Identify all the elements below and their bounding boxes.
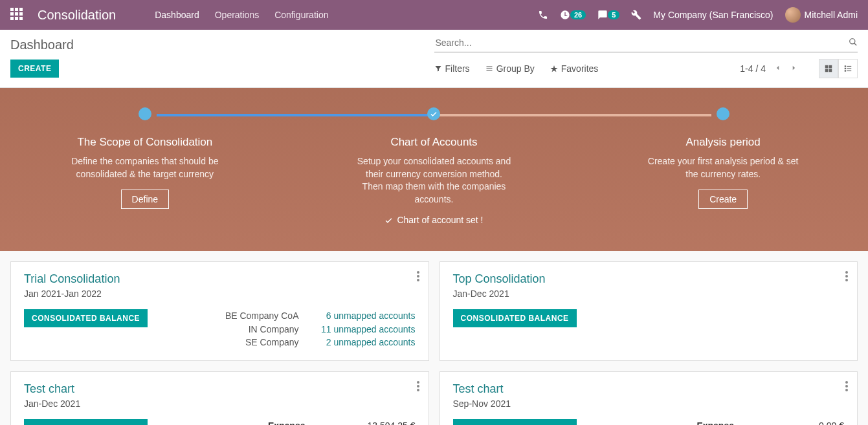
apps-menu-icon[interactable]	[10, 8, 25, 22]
unmapped-link[interactable]: 2 unmapped accounts	[312, 336, 416, 349]
consolidation-card[interactable]: Test chart Jan-Dec 2021 CONSOLIDATED BAL…	[10, 371, 429, 425]
svg-rect-11	[847, 71, 851, 71]
consolidated-balance-button[interactable]: CONSOLIDATED BALANCE	[24, 419, 148, 425]
svg-rect-8	[845, 68, 846, 69]
unmapped-link[interactable]: 11 unmapped accounts	[312, 323, 416, 336]
svg-point-20	[417, 389, 419, 391]
svg-rect-9	[847, 68, 851, 69]
company-row: IN Company	[225, 323, 299, 336]
step-dot-icon	[139, 107, 151, 120]
expense-value: 13,504.25 €	[338, 419, 416, 425]
card-title[interactable]: Test chart	[453, 382, 845, 396]
svg-line-1	[854, 43, 857, 45]
search-icon[interactable]	[849, 38, 858, 49]
step-title: Chart of Accounts	[304, 136, 564, 149]
consolidated-balance-button[interactable]: CONSOLIDATED BALANCE	[453, 309, 577, 327]
consolidation-card[interactable]: Top Consolidation Jan-Dec 2021 CONSOLIDA…	[440, 261, 858, 361]
kanban-view-icon[interactable]	[819, 59, 838, 78]
pager-next-icon[interactable]	[790, 63, 797, 74]
card-subtitle: Jan 2021-Jan 2022	[24, 289, 416, 299]
step-desc: Define the companies that should be cons…	[67, 155, 223, 180]
svg-point-14	[417, 279, 419, 281]
app-brand: Consolidation	[38, 8, 116, 23]
consolidated-balance-button[interactable]: CONSOLIDATED BALANCE	[24, 309, 148, 327]
card-title[interactable]: Top Consolidation	[453, 272, 845, 286]
svg-point-23	[845, 389, 848, 391]
phone-icon[interactable]	[538, 10, 548, 20]
svg-rect-3	[829, 65, 832, 69]
svg-rect-5	[829, 69, 832, 72]
step-desc: Create your first analysis period & set …	[645, 155, 801, 180]
activity-count: 26	[570, 10, 586, 19]
svg-point-18	[417, 381, 419, 384]
list-view-icon[interactable]	[838, 59, 858, 78]
pager-prev-icon[interactable]	[775, 63, 781, 74]
step-title: Analysis period	[593, 136, 853, 149]
svg-point-19	[417, 385, 419, 387]
step-done-icon	[427, 107, 440, 120]
svg-point-17	[845, 279, 848, 281]
card-menu-icon[interactable]	[845, 271, 848, 283]
card-menu-icon[interactable]	[417, 381, 419, 393]
nav-operations[interactable]: Operations	[215, 10, 259, 20]
svg-point-13	[417, 275, 419, 278]
define-button[interactable]: Define	[121, 190, 169, 209]
card-subtitle: Jan-Dec 2021	[24, 398, 416, 409]
activity-icon[interactable]: 26	[560, 10, 586, 20]
nav-configuration[interactable]: Configuration	[274, 10, 328, 20]
step-desc: Setup your consolidated accounts and the…	[356, 155, 511, 206]
pager-value[interactable]: 1-4 / 4	[740, 63, 766, 74]
step-title: The Scope of Consolidation	[15, 136, 275, 149]
expense-value: 0.00 €	[766, 419, 844, 425]
svg-point-15	[845, 271, 848, 274]
svg-rect-2	[825, 65, 829, 69]
svg-rect-10	[845, 70, 846, 71]
company-row: SE Company	[225, 336, 299, 349]
svg-rect-6	[845, 65, 846, 67]
svg-point-21	[845, 381, 848, 384]
expense-label: Expense	[268, 419, 306, 425]
create-button[interactable]: CREATE	[10, 60, 59, 78]
svg-point-0	[850, 38, 855, 43]
svg-point-16	[845, 275, 848, 278]
nav-dashboard[interactable]: Dashboard	[155, 10, 199, 20]
consolidation-card[interactable]: Trial Consolidation Jan 2021-Jan 2022 CO…	[10, 261, 429, 361]
card-subtitle: Sep-Nov 2021	[453, 398, 845, 409]
card-subtitle: Jan-Dec 2021	[453, 289, 845, 299]
message-count: 5	[608, 10, 619, 19]
card-title[interactable]: Test chart	[24, 382, 416, 396]
consolidated-balance-button[interactable]: CONSOLIDATED BALANCE	[453, 419, 577, 425]
consolidation-card[interactable]: Test chart Sep-Nov 2021 CONSOLIDATED BAL…	[440, 371, 858, 425]
step-status: Chart of account set !	[304, 215, 564, 225]
company-switcher[interactable]: My Company (San Francisco)	[653, 10, 773, 20]
search-input[interactable]	[434, 35, 849, 50]
card-menu-icon[interactable]	[845, 381, 848, 393]
expense-label: Expense	[696, 419, 734, 425]
svg-rect-4	[825, 69, 829, 72]
breadcrumb: Dashboard	[10, 38, 74, 52]
svg-rect-7	[847, 66, 851, 67]
filters-dropdown[interactable]: Filters	[434, 63, 470, 74]
debug-icon[interactable]	[631, 10, 641, 20]
favorites-dropdown[interactable]: Favorites	[550, 63, 599, 74]
create-period-button[interactable]: Create	[698, 190, 748, 209]
card-menu-icon[interactable]	[417, 271, 419, 283]
svg-point-22	[845, 385, 848, 387]
step-dot-icon	[717, 107, 729, 120]
svg-point-12	[417, 271, 419, 274]
avatar	[785, 7, 801, 23]
company-row: BE Company CoA	[225, 309, 299, 322]
card-title[interactable]: Trial Consolidation	[24, 272, 416, 286]
unmapped-link[interactable]: 6 unmapped accounts	[312, 309, 416, 322]
groupby-dropdown[interactable]: Group By	[485, 63, 535, 74]
user-menu[interactable]: Mitchell Admi	[785, 7, 858, 23]
messages-icon[interactable]: 5	[597, 10, 619, 20]
